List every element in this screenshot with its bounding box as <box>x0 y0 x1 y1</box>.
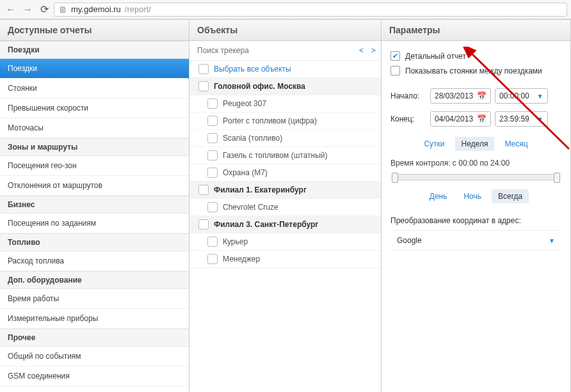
checkbox[interactable] <box>198 219 209 230</box>
end-date-value: 04/04/2013 <box>435 114 473 123</box>
report-item[interactable]: Измерительные приборы <box>0 309 189 329</box>
reports-panel: Доступные отчеты ПоездкиПоездкиСтоянкиПр… <box>0 20 189 392</box>
browser-toolbar: ← → ⟳ 🗎 my.gdemoi.ru/report/ <box>0 0 571 19</box>
report-item[interactable]: Расход топлива <box>0 251 189 271</box>
report-group-header: Поездки <box>0 41 189 59</box>
url-path: /report/ <box>125 4 151 14</box>
checkbox[interactable] <box>207 98 218 109</box>
geocoder-select[interactable]: Google ▼ <box>390 230 561 251</box>
time-slider[interactable] <box>392 174 560 180</box>
range-week[interactable]: Неделя <box>455 137 495 151</box>
geocoder-value: Google <box>397 236 422 245</box>
chevron-down-icon: ▼ <box>549 237 555 244</box>
checkbox[interactable] <box>207 254 218 264</box>
forward-button[interactable]: → <box>20 3 35 17</box>
object-item-row[interactable]: Охрана (М7) <box>189 164 381 182</box>
detailed-report-checkbox[interactable]: Детальный отчет <box>390 49 561 63</box>
object-group-row[interactable]: Филиал 1. Екатеринбург <box>189 182 381 199</box>
object-label: Головной офис. Москва <box>214 82 305 91</box>
reports-list: ПоездкиПоездкиСтоянкиПревышения скорости… <box>0 41 189 392</box>
report-group-header: Зоны и маршруты <box>0 138 189 156</box>
coord-transform-label: Преобразование координат в адрес: <box>390 207 561 229</box>
report-group-header: Топливо <box>0 233 189 251</box>
checkbox[interactable] <box>198 185 209 195</box>
show-stops-checkbox[interactable]: Показывать стоянки между поездками <box>390 63 561 78</box>
checkbox[interactable] <box>207 237 218 247</box>
report-item[interactable]: Посещения по заданиям <box>0 214 189 233</box>
checkbox[interactable] <box>207 116 218 126</box>
checkbox-icon <box>390 66 400 75</box>
end-label: Конец: <box>390 114 426 123</box>
search-input[interactable] <box>196 43 353 58</box>
show-stops-label: Показывать стоянки между поездками <box>405 67 542 75</box>
report-item[interactable]: Моточасы <box>0 118 189 138</box>
range-month[interactable]: Месяц <box>498 137 534 151</box>
object-label: Газель с топливом (штатный) <box>223 151 328 160</box>
reports-header: Доступные отчеты <box>0 20 189 41</box>
address-bar[interactable]: 🗎 my.gdemoi.ru/report/ <box>54 3 567 17</box>
object-label: Porter с топливом (цифра) <box>223 116 317 125</box>
report-group-header: Бизнес <box>0 196 189 214</box>
detailed-report-label: Детальный отчет <box>405 52 466 61</box>
pager-prev[interactable]: < <box>358 46 365 55</box>
report-item[interactable]: Отклонения от маршрутов <box>0 176 189 196</box>
checkbox[interactable] <box>207 202 218 212</box>
report-item[interactable]: Поездки <box>0 59 189 79</box>
period-night[interactable]: Ночь <box>457 189 488 203</box>
object-item-row[interactable]: Курьер <box>189 233 381 251</box>
object-item-row[interactable]: Porter с топливом (цифра) <box>189 113 381 130</box>
report-item[interactable]: Превышения скорости <box>0 98 189 118</box>
end-time-input[interactable]: 23:59:59 ▼ <box>495 111 548 127</box>
report-item[interactable]: Общий по событиям <box>0 347 189 366</box>
objects-header: Объекты <box>189 20 381 41</box>
pager-next[interactable]: > <box>370 46 377 55</box>
report-item[interactable]: Время работы <box>0 289 189 309</box>
checkbox-icon <box>390 51 400 61</box>
object-item-row[interactable]: Peugeot 307 <box>189 95 381 113</box>
calendar-icon: 📅 <box>477 91 487 100</box>
start-date-input[interactable]: 28/03/2013 📅 <box>430 88 491 104</box>
slider-handle-end[interactable] <box>554 173 560 183</box>
control-time-label: Время контроля: с 00:00 по 24:00 <box>390 155 561 170</box>
range-day[interactable]: Сутки <box>417 137 451 151</box>
object-label: Менеджер <box>223 255 260 263</box>
calendar-icon: 📅 <box>477 114 487 123</box>
chevron-down-icon: ▼ <box>537 93 543 100</box>
page-icon: 🗎 <box>58 4 67 15</box>
reload-button[interactable]: ⟳ <box>37 3 51 17</box>
checkbox[interactable] <box>207 133 218 143</box>
slider-handle-start[interactable] <box>392 173 398 183</box>
object-label: Филиал 1. Екатеринбург <box>214 185 307 194</box>
period-day[interactable]: День <box>423 189 454 203</box>
report-item[interactable]: GSM соединения <box>0 366 189 386</box>
object-label: Охрана (М7) <box>223 168 268 177</box>
object-item-row[interactable]: Chevrolet Cruze <box>189 199 381 216</box>
checkbox[interactable] <box>207 168 218 178</box>
object-label: Scania (топливо) <box>223 134 282 143</box>
checkbox[interactable] <box>207 150 218 161</box>
report-item[interactable]: Посещения гео-зон <box>0 156 189 176</box>
params-header: Параметры <box>382 20 570 41</box>
report-item[interactable]: Стоянки <box>0 79 189 98</box>
report-group-header: Прочее <box>0 329 189 347</box>
end-date-input[interactable]: 04/04/2013 📅 <box>430 111 491 127</box>
objects-panel: Объекты < > Выбрать все объекты Головной… <box>189 20 382 392</box>
checkbox[interactable] <box>198 81 209 91</box>
select-all-label: Выбрать все объекты <box>214 65 291 74</box>
start-time-input[interactable]: 00:00:00 ▼ <box>495 88 548 104</box>
select-all-checkbox[interactable] <box>198 64 209 74</box>
objects-tree: Головной офис. МоскваPeugeot 307Porter с… <box>189 78 381 392</box>
select-all-row[interactable]: Выбрать все объекты <box>189 61 381 78</box>
start-label: Начало: <box>390 91 426 100</box>
object-item-row[interactable]: Менеджер <box>189 251 381 268</box>
object-item-row[interactable]: Scania (топливо) <box>189 130 381 147</box>
object-label: Chevrolet Cruze <box>223 203 278 212</box>
object-group-row[interactable]: Филиал 3. Санкт-Петербург <box>189 216 381 233</box>
end-time-value: 23:59:59 <box>499 114 529 123</box>
start-time-value: 00:00:00 <box>499 91 529 100</box>
object-group-row[interactable]: Головной офис. Москва <box>189 78 381 95</box>
period-always[interactable]: Всегда <box>492 189 529 203</box>
object-label: Филиал 3. Санкт-Петербург <box>214 220 318 229</box>
object-item-row[interactable]: Газель с топливом (штатный) <box>189 147 381 164</box>
back-button[interactable]: ← <box>4 3 18 17</box>
